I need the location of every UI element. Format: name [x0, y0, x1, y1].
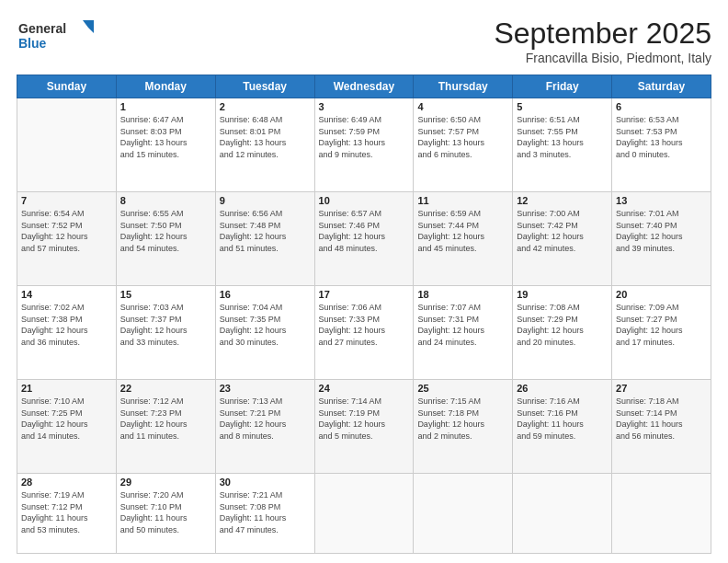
- table-row: 28Sunrise: 7:19 AM Sunset: 7:12 PM Dayli…: [17, 474, 117, 554]
- day-info: Sunrise: 7:19 AM Sunset: 7:12 PM Dayligh…: [21, 489, 112, 535]
- day-number: 1: [120, 101, 211, 112]
- table-row: 14Sunrise: 7:02 AM Sunset: 7:38 PM Dayli…: [17, 286, 117, 380]
- day-info: Sunrise: 6:50 AM Sunset: 7:57 PM Dayligh…: [417, 114, 508, 160]
- day-info: Sunrise: 7:14 AM Sunset: 7:19 PM Dayligh…: [319, 396, 410, 442]
- table-row: 7Sunrise: 6:54 AM Sunset: 7:52 PM Daylig…: [17, 192, 117, 286]
- day-number: 23: [220, 383, 311, 394]
- day-number: 9: [220, 195, 311, 206]
- table-row: 15Sunrise: 7:03 AM Sunset: 7:37 PM Dayli…: [116, 286, 215, 380]
- table-row: 12Sunrise: 7:00 AM Sunset: 7:42 PM Dayli…: [513, 192, 612, 286]
- calendar-table: Sunday Monday Tuesday Wednesday Thursday…: [17, 75, 711, 554]
- day-info: Sunrise: 6:51 AM Sunset: 7:55 PM Dayligh…: [517, 114, 608, 160]
- day-number: 10: [319, 195, 410, 206]
- day-info: Sunrise: 6:56 AM Sunset: 7:48 PM Dayligh…: [220, 208, 311, 254]
- table-row: 30Sunrise: 7:21 AM Sunset: 7:08 PM Dayli…: [215, 474, 314, 554]
- calendar-page: General Blue September 2025 Francavilla …: [0, 0, 728, 563]
- page-header: General Blue September 2025 Francavilla …: [17, 17, 711, 65]
- header-thursday: Thursday: [414, 75, 513, 98]
- day-info: Sunrise: 7:20 AM Sunset: 7:10 PM Dayligh…: [120, 489, 211, 535]
- table-row: 1Sunrise: 6:47 AM Sunset: 8:03 PM Daylig…: [116, 98, 215, 192]
- day-number: 7: [21, 195, 112, 206]
- calendar-week-row: 14Sunrise: 7:02 AM Sunset: 7:38 PM Dayli…: [17, 286, 711, 380]
- calendar-week-row: 28Sunrise: 7:19 AM Sunset: 7:12 PM Dayli…: [17, 474, 711, 554]
- header-sunday: Sunday: [17, 75, 117, 98]
- table-row: [17, 98, 117, 192]
- table-row: 21Sunrise: 7:10 AM Sunset: 7:25 PM Dayli…: [17, 380, 117, 474]
- day-info: Sunrise: 6:53 AM Sunset: 7:53 PM Dayligh…: [616, 114, 707, 160]
- table-row: 22Sunrise: 7:12 AM Sunset: 7:23 PM Dayli…: [116, 380, 215, 474]
- table-row: [314, 474, 414, 554]
- day-info: Sunrise: 7:18 AM Sunset: 7:14 PM Dayligh…: [616, 396, 707, 442]
- day-number: 5: [517, 101, 608, 112]
- table-row: 19Sunrise: 7:08 AM Sunset: 7:29 PM Dayli…: [513, 286, 612, 380]
- day-info: Sunrise: 7:09 AM Sunset: 7:27 PM Dayligh…: [616, 302, 707, 348]
- day-info: Sunrise: 7:10 AM Sunset: 7:25 PM Dayligh…: [21, 396, 112, 442]
- header-saturday: Saturday: [612, 75, 711, 98]
- table-row: 16Sunrise: 7:04 AM Sunset: 7:35 PM Dayli…: [215, 286, 314, 380]
- logo: General Blue: [17, 17, 99, 59]
- day-info: Sunrise: 7:04 AM Sunset: 7:35 PM Dayligh…: [220, 302, 311, 348]
- day-number: 24: [319, 383, 410, 394]
- day-info: Sunrise: 7:13 AM Sunset: 7:21 PM Dayligh…: [220, 396, 311, 442]
- table-row: 13Sunrise: 7:01 AM Sunset: 7:40 PM Dayli…: [612, 192, 711, 286]
- table-row: 27Sunrise: 7:18 AM Sunset: 7:14 PM Dayli…: [612, 380, 711, 474]
- svg-text:General: General: [18, 21, 66, 36]
- day-info: Sunrise: 7:15 AM Sunset: 7:18 PM Dayligh…: [417, 396, 508, 442]
- day-info: Sunrise: 6:55 AM Sunset: 7:50 PM Dayligh…: [120, 208, 211, 254]
- day-info: Sunrise: 7:06 AM Sunset: 7:33 PM Dayligh…: [319, 302, 410, 348]
- location-subtitle: Francavilla Bisio, Piedmont, Italy: [494, 51, 711, 65]
- table-row: 6Sunrise: 6:53 AM Sunset: 7:53 PM Daylig…: [612, 98, 711, 192]
- day-info: Sunrise: 7:12 AM Sunset: 7:23 PM Dayligh…: [120, 396, 211, 442]
- day-info: Sunrise: 7:07 AM Sunset: 7:31 PM Dayligh…: [417, 302, 508, 348]
- table-row: 2Sunrise: 6:48 AM Sunset: 8:01 PM Daylig…: [215, 98, 314, 192]
- day-info: Sunrise: 6:57 AM Sunset: 7:46 PM Dayligh…: [319, 208, 410, 254]
- day-number: 25: [417, 383, 508, 394]
- day-number: 21: [21, 383, 112, 394]
- table-row: [612, 474, 711, 554]
- day-number: 19: [517, 289, 608, 300]
- day-number: 11: [417, 195, 508, 206]
- day-info: Sunrise: 6:54 AM Sunset: 7:52 PM Dayligh…: [21, 208, 112, 254]
- table-row: 25Sunrise: 7:15 AM Sunset: 7:18 PM Dayli…: [414, 380, 513, 474]
- day-info: Sunrise: 7:21 AM Sunset: 7:08 PM Dayligh…: [220, 489, 311, 535]
- table-row: 3Sunrise: 6:49 AM Sunset: 7:59 PM Daylig…: [314, 98, 414, 192]
- day-info: Sunrise: 6:48 AM Sunset: 8:01 PM Dayligh…: [220, 114, 311, 160]
- table-row: 11Sunrise: 6:59 AM Sunset: 7:44 PM Dayli…: [414, 192, 513, 286]
- table-row: 9Sunrise: 6:56 AM Sunset: 7:48 PM Daylig…: [215, 192, 314, 286]
- day-number: 15: [120, 289, 211, 300]
- table-row: 17Sunrise: 7:06 AM Sunset: 7:33 PM Dayli…: [314, 286, 414, 380]
- day-info: Sunrise: 7:00 AM Sunset: 7:42 PM Dayligh…: [517, 208, 608, 254]
- day-info: Sunrise: 7:02 AM Sunset: 7:38 PM Dayligh…: [21, 302, 112, 348]
- calendar-week-row: 7Sunrise: 6:54 AM Sunset: 7:52 PM Daylig…: [17, 192, 711, 286]
- day-info: Sunrise: 6:49 AM Sunset: 7:59 PM Dayligh…: [319, 114, 410, 160]
- title-area: September 2025 Francavilla Bisio, Piedmo…: [494, 17, 711, 65]
- day-number: 6: [616, 101, 707, 112]
- table-row: 23Sunrise: 7:13 AM Sunset: 7:21 PM Dayli…: [215, 380, 314, 474]
- day-number: 17: [319, 289, 410, 300]
- header-friday: Friday: [513, 75, 612, 98]
- day-number: 18: [417, 289, 508, 300]
- day-info: Sunrise: 6:59 AM Sunset: 7:44 PM Dayligh…: [417, 208, 508, 254]
- day-number: 3: [319, 101, 410, 112]
- logo-wordmark: General Blue: [17, 17, 99, 59]
- day-info: Sunrise: 7:08 AM Sunset: 7:29 PM Dayligh…: [517, 302, 608, 348]
- day-number: 29: [120, 477, 211, 488]
- svg-text:Blue: Blue: [18, 36, 47, 51]
- day-info: Sunrise: 7:01 AM Sunset: 7:40 PM Dayligh…: [616, 208, 707, 254]
- header-monday: Monday: [116, 75, 215, 98]
- day-number: 26: [517, 383, 608, 394]
- svg-marker-1: [83, 20, 94, 33]
- day-number: 28: [21, 477, 112, 488]
- table-row: 10Sunrise: 6:57 AM Sunset: 7:46 PM Dayli…: [314, 192, 414, 286]
- table-row: 4Sunrise: 6:50 AM Sunset: 7:57 PM Daylig…: [414, 98, 513, 192]
- calendar-header-row: Sunday Monday Tuesday Wednesday Thursday…: [17, 75, 711, 98]
- day-number: 22: [120, 383, 211, 394]
- table-row: [414, 474, 513, 554]
- table-row: 5Sunrise: 6:51 AM Sunset: 7:55 PM Daylig…: [513, 98, 612, 192]
- day-number: 16: [220, 289, 311, 300]
- day-number: 14: [21, 289, 112, 300]
- header-tuesday: Tuesday: [215, 75, 314, 98]
- day-number: 20: [616, 289, 707, 300]
- table-row: 8Sunrise: 6:55 AM Sunset: 7:50 PM Daylig…: [116, 192, 215, 286]
- calendar-week-row: 21Sunrise: 7:10 AM Sunset: 7:25 PM Dayli…: [17, 380, 711, 474]
